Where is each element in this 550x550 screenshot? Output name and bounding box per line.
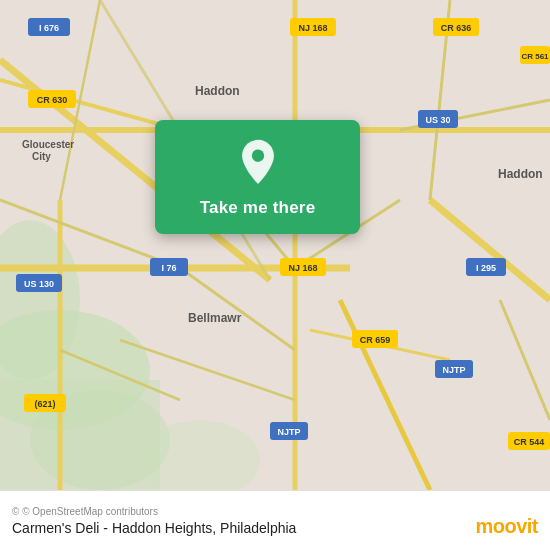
svg-text:City: City: [32, 151, 51, 162]
svg-text:US 30: US 30: [425, 115, 450, 125]
svg-text:Haddon: Haddon: [195, 84, 240, 98]
svg-text:Gloucester: Gloucester: [22, 139, 74, 150]
location-name: Carmen's Deli - Haddon Heights, Philadel…: [12, 520, 538, 536]
moovit-logo: moovit: [475, 515, 538, 538]
svg-text:I 76: I 76: [161, 263, 176, 273]
svg-point-61: [251, 150, 263, 162]
svg-text:NJ 168: NJ 168: [288, 263, 317, 273]
moovit-logo-text: moovit: [475, 515, 538, 538]
map-pin-icon: [235, 138, 281, 184]
svg-text:I 676: I 676: [39, 23, 59, 33]
svg-text:NJTP: NJTP: [442, 365, 465, 375]
svg-text:CR 561: CR 561: [521, 52, 549, 61]
svg-text:CR 630: CR 630: [37, 95, 68, 105]
svg-text:CR 659: CR 659: [360, 335, 391, 345]
location-card: Take me there: [155, 120, 360, 234]
map-container: I 676 NJ 168 CR 636 CR 561 CR 630 US 30 …: [0, 0, 550, 490]
take-me-there-button[interactable]: Take me there: [200, 198, 316, 218]
svg-rect-4: [0, 380, 160, 490]
copyright-icon: ©: [12, 506, 19, 517]
svg-text:CR 636: CR 636: [441, 23, 472, 33]
svg-text:US 130: US 130: [24, 279, 54, 289]
svg-text:Bellmawr: Bellmawr: [188, 311, 242, 325]
map-attribution: © © OpenStreetMap contributors: [12, 506, 538, 517]
svg-text:(621): (621): [34, 399, 55, 409]
svg-text:Haddon: Haddon: [498, 167, 543, 181]
svg-text:NJTP: NJTP: [277, 427, 300, 437]
svg-text:NJ 168: NJ 168: [298, 23, 327, 33]
bottom-bar: © © OpenStreetMap contributors Carmen's …: [0, 490, 550, 550]
svg-text:I 295: I 295: [476, 263, 496, 273]
svg-text:CR 544: CR 544: [514, 437, 545, 447]
